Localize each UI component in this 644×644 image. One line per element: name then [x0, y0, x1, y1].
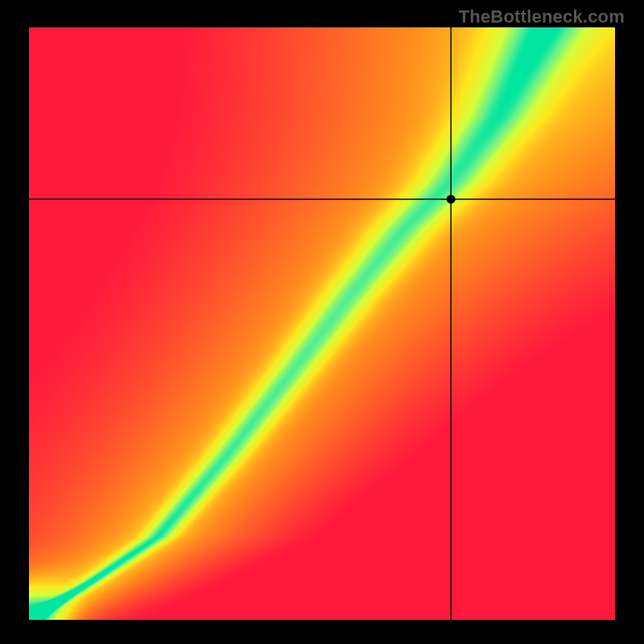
plot-area [29, 27, 615, 620]
watermark-text: TheBottleneck.com [459, 6, 625, 27]
chart-frame: TheBottleneck.com [0, 0, 644, 644]
heatmap-canvas [29, 27, 615, 620]
